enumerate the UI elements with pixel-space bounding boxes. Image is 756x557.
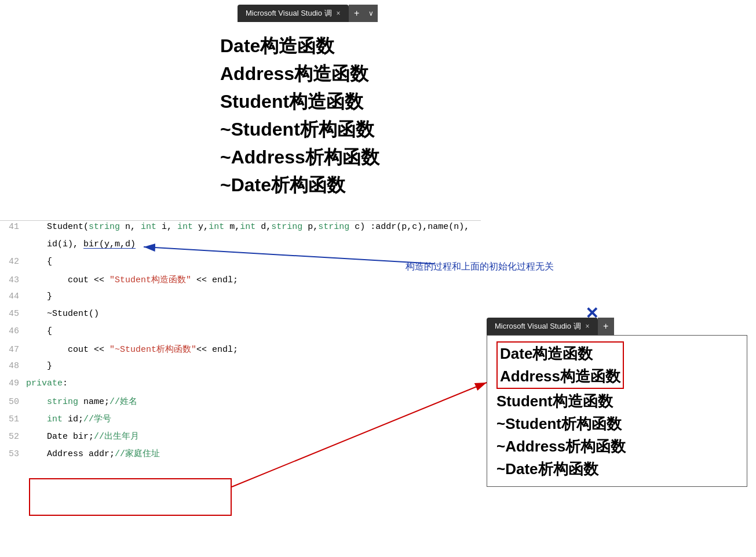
code-line-50: 50 string name;//姓名 — [0, 395, 481, 412]
line-num-45: 45 — [0, 309, 26, 319]
output-bottom-line-5: ~Address析构函数 — [496, 435, 737, 458]
code-line-48: 48 } — [0, 360, 481, 377]
top-tab-bar: Microsoft Visual Studio 调 × + ∨ — [238, 5, 378, 22]
line-num-53: 53 — [0, 449, 26, 459]
line-content-44: } — [26, 292, 481, 301]
output-top-line-5: ~Address析构函数 — [220, 143, 379, 171]
line-num-52: 52 — [0, 432, 26, 442]
line-content-49: private: — [26, 378, 481, 388]
tab-2-add-button[interactable]: + — [598, 318, 614, 335]
code-line-43: 43 cout << "Student构造函数" << endl; — [0, 273, 481, 290]
tab-add-button[interactable]: + — [349, 5, 365, 22]
tab-1-close[interactable]: × — [337, 9, 341, 17]
tab-1[interactable]: Microsoft Visual Studio 调 × — [238, 5, 349, 22]
output-bottom-line-6: ~Date析构函数 — [496, 458, 737, 480]
tab-2-close[interactable]: × — [586, 322, 590, 330]
code-line-47: 47 cout << "~Student析构函数"<< endl; — [0, 343, 481, 360]
line-content-52: Date bir;//出生年月 — [26, 431, 481, 442]
output-top-line-1: Date构造函数 — [220, 32, 379, 60]
code-line-46: 46 { — [0, 325, 481, 343]
line-num-42: 42 — [0, 257, 26, 267]
code-line-49: 49 private: — [0, 377, 481, 395]
output-top-line-6: ~Date析构函数 — [220, 171, 379, 199]
output-panel-bottom: Date构造函数 Address构造函数 Student构造函数 ~Studen… — [487, 335, 747, 487]
line-content-43: cout << "Student构造函数" << endl; — [26, 274, 481, 285]
line-content-47: cout << "~Student析构函数"<< endl; — [26, 344, 481, 355]
tab-2-label: Microsoft Visual Studio 调 — [495, 321, 581, 332]
output-bottom-line-3: Student构造函数 — [496, 390, 737, 413]
line-num-48: 48 — [0, 361, 26, 371]
code-line-41b: id(i), bir(y,m,d) — [0, 238, 481, 256]
line-num-41: 41 — [0, 222, 26, 232]
output-bottom-line-4: ~Student析构函数 — [496, 413, 737, 435]
line-num-44: 44 — [0, 292, 26, 301]
code-line-45: 45 ~Student() — [0, 308, 481, 325]
line-content-48: } — [26, 361, 481, 371]
output-bottom-line-1: Date构造函数 — [500, 343, 620, 365]
tab-1-label: Microsoft Visual Studio 调 — [246, 8, 332, 19]
tab-2[interactable]: Microsoft Visual Studio 调 × — [487, 318, 598, 335]
output-top-line-2: Address构造函数 — [220, 60, 379, 88]
line-content-41: Student(string n, int i, int y,int m,int… — [26, 222, 481, 232]
code-line-53: 53 Address addr;//家庭住址 — [0, 447, 481, 464]
line-num-50: 50 — [0, 397, 26, 407]
output-top-line-3: Student构造函数 — [220, 88, 379, 115]
annotation-text: 构造的过程和上面的初始化过程无关 — [406, 261, 554, 273]
line-num-51: 51 — [0, 414, 26, 424]
output-highlighted-box: Date构造函数 Address构造函数 — [496, 341, 624, 389]
code-line-44: 44 } — [0, 290, 481, 308]
line-num-46: 46 — [0, 326, 26, 336]
code-line-41: 41 Student(string n, int i, int y,int m,… — [0, 221, 481, 238]
line-num-47: 47 — [0, 345, 26, 355]
line-content-51: int id;//学号 — [26, 413, 481, 424]
line-content-50: string name;//姓名 — [26, 396, 481, 407]
line-content-53: Address addr;//家庭住址 — [26, 448, 481, 459]
tab-chevron-button[interactable]: ∨ — [365, 5, 378, 22]
line-content-41b: id(i), bir(y,m,d) — [26, 239, 481, 249]
output-top: Date构造函数 Address构造函数 Student构造函数 ~Studen… — [220, 32, 379, 199]
line-num-49: 49 — [0, 378, 26, 388]
bottom-right-tab-bar: Microsoft Visual Studio 调 × + — [487, 318, 614, 335]
line-content-46: { — [26, 326, 481, 336]
output-top-line-4: ~Student析构函数 — [220, 115, 379, 143]
code-editor: 41 Student(string n, int i, int y,int m,… — [0, 220, 481, 464]
output-bottom-line-2: Address构造函数 — [500, 365, 620, 388]
code-line-52: 52 Date bir;//出生年月 — [0, 429, 481, 447]
line-num-43: 43 — [0, 275, 26, 285]
red-box-code — [29, 478, 232, 516]
code-line-51: 51 int id;//学号 — [0, 412, 481, 429]
line-content-45: ~Student() — [26, 309, 481, 319]
